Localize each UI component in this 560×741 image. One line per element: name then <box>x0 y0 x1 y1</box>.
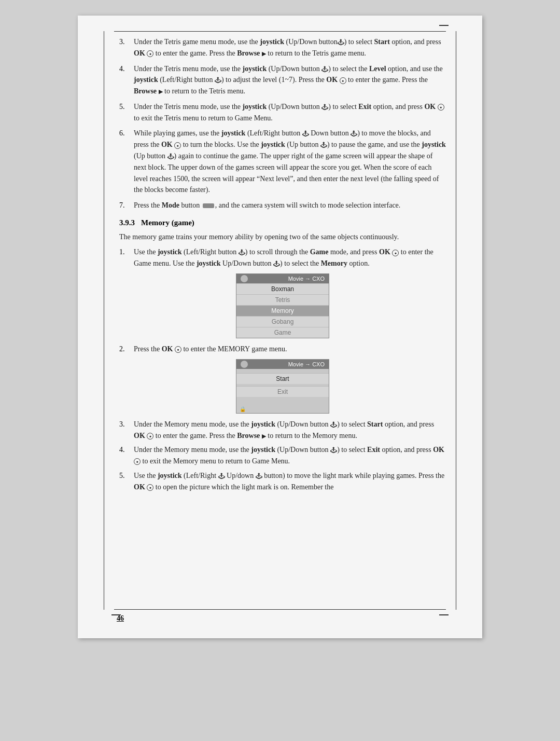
rule-right <box>456 31 456 610</box>
list-body-3: Under the Tetris game menu mode, use the… <box>134 36 446 59</box>
page: 3. Under the Tetris game menu mode, use … <box>78 16 482 638</box>
memory-sub-list-3: 3. Under the Memory menu mode, use the j… <box>119 419 446 493</box>
menu-item-exit: Exit <box>236 386 329 397</box>
section-number: 3.9.3 <box>119 218 135 227</box>
rule-top <box>114 31 446 32</box>
menu-icon-1 <box>241 275 248 282</box>
sub-num-4: 4. <box>119 444 134 467</box>
dash-top-right <box>439 25 449 26</box>
menu-title-text-2: Movie → CXO <box>288 361 325 367</box>
sub-body-5: Use the joystick (Left/Right 🕹 Up/down 🕹… <box>134 470 446 493</box>
menu-title-bar-2: Movie → CXO <box>236 360 329 369</box>
list-num-6: 6. <box>119 128 134 196</box>
rule-left <box>104 31 104 610</box>
sub-body-3: Under the Memory menu mode, use the joys… <box>134 419 446 442</box>
list-num-4: 4. <box>119 63 134 97</box>
list-body-5: Under the Tetris menu mode, use the joys… <box>134 101 446 124</box>
list-item-7: 7. Press the Mode button , and the camer… <box>119 200 446 211</box>
page-number: 46 <box>117 614 124 623</box>
content-area: 3. Under the Tetris game menu mode, use … <box>119 36 446 492</box>
sub-item-3: 3. Under the Memory menu mode, use the j… <box>119 419 446 442</box>
dash-bot-right <box>439 614 449 615</box>
menu-scroll-icon: 🔒 <box>240 406 246 412</box>
list-num-3: 3. <box>119 36 134 59</box>
menu-screenshot-2: Movie → CXO Start Exit 🔒 <box>236 359 329 414</box>
memory-sub-list: 1. Use the joystick (Left/Right button 🕹… <box>119 246 446 269</box>
list-num-5: 5. <box>119 101 134 124</box>
menu-title-bar-1: Movie → CXO <box>236 274 329 283</box>
list-item-5: 5. Under the Tetris menu mode, use the j… <box>119 101 446 124</box>
sub-num-1: 1. <box>119 246 134 269</box>
sub-num-2: 2. <box>119 344 134 355</box>
rule-bottom <box>114 609 446 610</box>
section-intro: The memory game trains your memory abili… <box>119 231 446 243</box>
tetris-list: 3. Under the Tetris game menu mode, use … <box>119 36 446 211</box>
menu-icon-2 <box>241 361 248 368</box>
sub-item-2: 2. Press the OK ● to enter the MEMORY ga… <box>119 344 446 355</box>
list-num-7: 7. <box>119 200 134 211</box>
list-item-6: 6. While playing games, use the joystick… <box>119 128 446 196</box>
list-item-4: 4. Under the Tetris menu mode, use the j… <box>119 63 446 97</box>
menu-item-start: Start <box>236 373 329 384</box>
list-body-6: While playing games, use the joystick (L… <box>134 128 446 196</box>
sub-item-4: 4. Under the Memory menu mode, use the j… <box>119 444 446 467</box>
list-item-3: 3. Under the Tetris game menu mode, use … <box>119 36 446 59</box>
memory-sub-list-2: 2. Press the OK ● to enter the MEMORY ga… <box>119 344 446 355</box>
menu-item-memory: Memory <box>236 305 329 316</box>
sub-item-5: 5. Use the joystick (Left/Right 🕹 Up/dow… <box>119 470 446 493</box>
menu-item-tetris: Tetris <box>236 294 329 305</box>
menu-item-boxman: Boxman <box>236 283 329 294</box>
list-body-7: Press the Mode button , and the camera s… <box>134 200 446 211</box>
list-body-4: Under the Tetris menu mode, use the joys… <box>134 63 446 97</box>
menu-screenshot-1: Movie → CXO Boxman Tetris Memory Gobang … <box>236 273 329 338</box>
sub-body-4: Under the Memory menu mode, use the joys… <box>134 444 446 467</box>
sub-item-1: 1. Use the joystick (Left/Right button 🕹… <box>119 246 446 269</box>
menu-item-gobang: Gobang <box>236 316 329 327</box>
sub-num-3: 3. <box>119 419 134 442</box>
section-heading: 3.9.3 Memory (game) <box>119 218 446 227</box>
sub-body-1: Use the joystick (Left/Right button 🕹) t… <box>134 246 446 269</box>
menu-title-text-1: Movie → CXO <box>288 276 325 282</box>
sub-body-2: Press the OK ● to enter the MEMORY game … <box>134 344 446 355</box>
menu-item-game: Game <box>236 327 329 338</box>
section-title: Memory (game) <box>141 218 194 227</box>
sub-num-5: 5. <box>119 470 134 493</box>
